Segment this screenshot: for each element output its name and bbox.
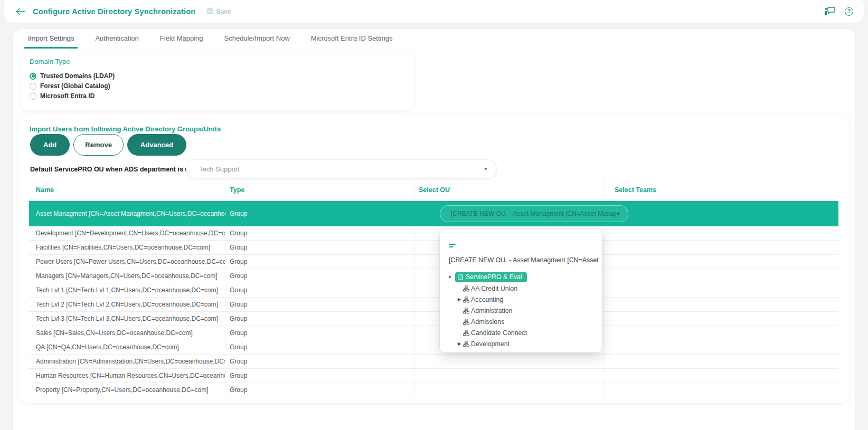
- column-header-select-ou: Select OU: [414, 179, 603, 200]
- import-users-panel: Import Users from following Active Direc…: [18, 115, 849, 403]
- row-type: Group: [225, 369, 414, 383]
- row-type: Group: [225, 298, 414, 311]
- table-row[interactable]: Facilities [CN=Facilities,CN=Users,DC=oc…: [29, 241, 838, 255]
- tab-bar: Import SettingsAuthenticationField Mappi…: [24, 31, 410, 49]
- table-row[interactable]: Sales [CN=Sales,CN=Users,DC=oceanhouse,D…: [29, 326, 838, 340]
- row-ou-cell: [414, 355, 603, 368]
- table-row[interactable]: Tech Lvl 3 [CN=Tech Lvl 3,CN=Users,DC=oc…: [29, 312, 838, 326]
- row-teams-cell: [603, 226, 838, 240]
- row-teams-cell: [603, 369, 838, 383]
- table-row[interactable]: Administration [CN=Administration,CN=Use…: [29, 355, 838, 369]
- radio-label: Microsoft Entra ID: [40, 92, 95, 100]
- row-teams-cell: [603, 326, 838, 340]
- groups-table: NameTypeSelect OUSelect Teams Asset Mana…: [29, 179, 838, 397]
- radio-option-forest-global-catalog[interactable]: Forest (Global Catalog): [30, 81, 405, 91]
- row-teams-cell: [603, 355, 838, 368]
- remove-button[interactable]: Remove: [73, 134, 124, 156]
- ou-tree-item-accounting[interactable]: ▶Accounting: [440, 294, 602, 305]
- ou-item-label: Admissions: [471, 318, 504, 326]
- row-ou-select[interactable]: [CREATE NEW OU. - Asset Managment [CN=As…: [440, 205, 628, 222]
- radio-option-trusted-domains-ldap[interactable]: Trusted Domains (LDAP): [30, 71, 405, 81]
- ou-root-chip[interactable]: ServicePRO & Eval: [455, 272, 527, 282]
- table-row[interactable]: Development [CN=Development,CN=Users,DC=…: [29, 226, 838, 241]
- row-type: Group: [225, 355, 414, 368]
- domain-type-panel: Domain Type Trusted Domains (LDAP)Forest…: [21, 51, 414, 110]
- caret-right-icon[interactable]: ▶: [456, 341, 463, 346]
- chevron-down-icon: ▼: [616, 212, 620, 216]
- domain-type-options: Trusted Domains (LDAP)Forest (Global Cat…: [30, 71, 405, 101]
- table-row[interactable]: Power Users [CN=Power Users,CN=Users,DC=…: [29, 255, 838, 269]
- save-label: Save: [216, 8, 231, 15]
- advanced-button[interactable]: Advanced: [127, 134, 186, 156]
- caret-down-icon[interactable]: ▼: [446, 275, 454, 280]
- radio-option-microsoft-entra-id[interactable]: Microsoft Entra ID: [30, 91, 405, 101]
- row-ou-value: [CREATE NEW OU. - Asset Managment [CN=As…: [451, 210, 616, 217]
- tab-microsoft-entra-id-settings[interactable]: Microsoft Entra ID Settings: [307, 31, 397, 49]
- tab-schedule-import-now[interactable]: Schedule/Import Now: [221, 31, 294, 49]
- default-ou-select[interactable]: Tech Support ▼: [186, 159, 497, 179]
- ou-tree-root[interactable]: ▼ServicePRO & Eval: [440, 271, 602, 283]
- row-name: Human Resources [CN=Human Resources,CN=U…: [29, 369, 225, 383]
- table-row[interactable]: Managers [CN=Managers,CN=Users,DC=oceanh…: [29, 269, 838, 283]
- ou-item-label: Development: [471, 340, 510, 348]
- ou-tree: ▼ServicePRO & EvalAA Credit Union▶Accoun…: [440, 271, 602, 349]
- org-unit-icon: [463, 341, 469, 347]
- ou-item-label: AA Credit Union: [471, 285, 517, 292]
- row-name: Development [CN=Development,CN=Users,DC=…: [29, 226, 225, 240]
- row-type: Group: [225, 312, 414, 326]
- row-type: Group: [225, 255, 414, 269]
- ou-tree-item-development[interactable]: ▶Development: [440, 338, 602, 349]
- ou-tree-item-administration[interactable]: Administration: [440, 305, 602, 316]
- radio-icon: [30, 93, 36, 100]
- back-button[interactable]: [16, 8, 25, 15]
- row-name: Asset Managment [CN=Asset Managment,CN=U…: [29, 210, 225, 217]
- row-type: Group: [225, 269, 414, 283]
- radio-label: Forest (Global Catalog): [40, 82, 110, 90]
- page-header: Configure Active Directory Synchronizati…: [4, 0, 864, 23]
- caret-right-icon[interactable]: ▶: [456, 297, 463, 302]
- tab-import-settings[interactable]: Import Settings: [24, 31, 78, 49]
- filter-icon[interactable]: [449, 244, 456, 247]
- button-row: Add Remove Advanced: [30, 134, 186, 156]
- help-icon[interactable]: ?: [845, 7, 853, 16]
- org-unit-icon: [463, 330, 469, 336]
- add-button[interactable]: Add: [30, 134, 70, 156]
- row-ou-cell: [414, 369, 603, 383]
- table-header: NameTypeSelect OUSelect Teams: [29, 179, 838, 201]
- save-icon: [207, 8, 214, 15]
- tab-field-mapping[interactable]: Field Mapping: [156, 31, 207, 49]
- row-type: Group: [225, 210, 414, 217]
- row-type: Group: [225, 226, 414, 240]
- org-unit-icon: [463, 319, 469, 325]
- row-teams-cell: [603, 298, 838, 311]
- ad-sync-page: Configure Active Directory Synchronizati…: [0, 0, 868, 430]
- walkthrough-icon[interactable]: [824, 7, 835, 16]
- ou-root-label: ServicePRO & Eval: [466, 273, 522, 281]
- ou-item-label: Accounting: [471, 296, 503, 303]
- table-row[interactable]: QA [CN=QA,CN=Users,DC=oceanhouse,DC=com]…: [29, 340, 838, 355]
- row-ou-cell: [414, 383, 603, 397]
- ou-tree-item-aa-credit-union[interactable]: AA Credit Union: [440, 283, 602, 294]
- row-name: Facilities [CN=Facilities,CN=Users,DC=oc…: [29, 241, 225, 254]
- row-type: Group: [225, 326, 414, 340]
- ou-item-label: Administration: [471, 307, 513, 314]
- table-row-selected[interactable]: Asset Managment [CN=Asset Managment,CN=U…: [29, 201, 838, 226]
- table-row[interactable]: Tech Lvl 1 [CN=Tech Lvl 1,CN=Users,DC=oc…: [29, 283, 838, 298]
- ou-tree-item-candidate-connect[interactable]: Candidate Connect: [440, 327, 602, 338]
- row-type: Group: [225, 340, 414, 354]
- tab-authentication[interactable]: Authentication: [91, 31, 142, 49]
- row-teams-cell: [603, 340, 838, 354]
- ou-tree-item-admissions[interactable]: Admissions: [440, 316, 602, 327]
- table-row[interactable]: Property [CN=Property,CN=Users,DC=oceanh…: [29, 383, 838, 397]
- row-name: QA [CN=QA,CN=Users,DC=oceanhouse,DC=com]: [29, 340, 225, 354]
- table-row[interactable]: Human Resources [CN=Human Resources,CN=U…: [29, 369, 838, 383]
- column-header-type: Type: [225, 179, 414, 200]
- default-ou-label: Default ServicePRO OU when ADS departmen…: [30, 166, 204, 173]
- radio-icon: [30, 73, 36, 80]
- table-rows: Development [CN=Development,CN=Users,DC=…: [29, 226, 838, 397]
- create-new-ou-option[interactable]: [CREATE NEW OU. - Asset Managment [CN=As…: [449, 256, 600, 264]
- row-teams-cell: [603, 241, 838, 254]
- row-name: Property [CN=Property,CN=Users,DC=oceanh…: [29, 383, 225, 397]
- save-button[interactable]: Save: [204, 7, 234, 16]
- table-row[interactable]: Tech Lvl 2 [CN=Tech Lvl 2,CN=Users,DC=oc…: [29, 298, 838, 312]
